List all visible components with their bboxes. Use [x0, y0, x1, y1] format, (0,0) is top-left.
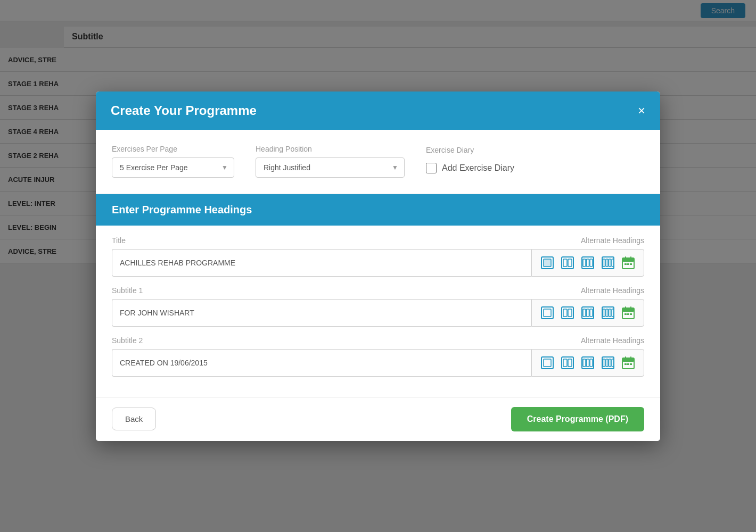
settings-row: Exercises Per Page 5 Exercise Per Page ▼… [96, 130, 660, 194]
1col-icon[interactable] [538, 254, 556, 272]
heading-position-group: Heading Position Right Justified ▼ [256, 145, 405, 178]
title-label: Title [112, 236, 126, 245]
svg-rect-14 [612, 259, 614, 267]
svg-rect-32 [603, 309, 605, 317]
title-row-labels: Title Alternate Headings [112, 236, 644, 245]
exercise-diary-label: Exercise Diary [426, 146, 514, 154]
svg-rect-35 [612, 309, 614, 317]
svg-rect-7 [583, 259, 586, 267]
close-button[interactable]: × [638, 104, 645, 117]
svg-rect-44 [544, 359, 551, 367]
subtitle2-label: Subtitle 2 [112, 336, 143, 345]
svg-rect-13 [609, 259, 611, 267]
exercises-per-page-label: Exercises Per Page [112, 145, 234, 153]
heading-position-select[interactable]: Right Justified [256, 157, 405, 178]
subtitle2-input[interactable] [112, 349, 531, 377]
svg-rect-50 [587, 359, 589, 367]
1col-icon[interactable] [538, 354, 556, 372]
svg-rect-47 [568, 359, 572, 367]
svg-rect-5 [568, 259, 572, 267]
heading-position-label: Heading Position [256, 145, 405, 153]
subtitle1-row-labels: Subtitle 1 Alternate Headings [112, 286, 644, 295]
exercise-diary-checkbox[interactable] [426, 163, 437, 173]
heading-position-select-wrapper: Right Justified ▼ [256, 157, 405, 178]
svg-rect-12 [606, 259, 608, 267]
modal-footer: Back Create Programme (PDF) [96, 397, 660, 441]
svg-rect-34 [609, 309, 611, 317]
svg-rect-19 [624, 263, 627, 265]
svg-rect-53 [603, 359, 605, 367]
svg-rect-41 [627, 313, 629, 315]
calendar-icon[interactable] [619, 304, 637, 322]
svg-rect-11 [603, 259, 605, 267]
svg-rect-51 [590, 359, 593, 367]
svg-rect-40 [624, 313, 627, 315]
svg-rect-61 [624, 363, 627, 365]
title-input-group [112, 249, 644, 277]
svg-rect-21 [630, 263, 632, 265]
subtitle1-label: Subtitle 1 [112, 286, 143, 295]
svg-rect-30 [590, 309, 593, 317]
svg-rect-62 [627, 363, 629, 365]
svg-rect-54 [606, 359, 608, 367]
exercises-per-page-select[interactable]: 5 Exercise Per Page [112, 157, 234, 178]
svg-rect-16 [622, 258, 634, 262]
3col-icon[interactable] [579, 254, 597, 272]
2col-icon[interactable] [558, 304, 577, 322]
title-alt-label: Alternate Headings [581, 236, 644, 245]
svg-rect-49 [583, 359, 586, 367]
modal: Create Your Programme × Exercises Per Pa… [96, 92, 660, 441]
3col-icon[interactable] [579, 354, 597, 372]
title-input[interactable] [112, 249, 531, 277]
title-row: Title Alternate Headings [112, 236, 644, 277]
svg-rect-1 [544, 259, 551, 267]
4col-icon[interactable] [599, 354, 617, 372]
subtitle2-row: Subtitle 2 Alternate Headings [112, 336, 644, 377]
svg-rect-56 [612, 359, 614, 367]
create-programme-button[interactable]: Create Programme (PDF) [511, 407, 644, 431]
2col-icon[interactable] [558, 354, 577, 372]
add-exercise-diary-row: Add Exercise Diary [426, 159, 514, 178]
2col-icon[interactable] [558, 254, 577, 272]
subtitle2-input-group [112, 349, 644, 377]
svg-rect-33 [606, 309, 608, 317]
svg-rect-28 [583, 309, 586, 317]
title-alternate-icons [531, 249, 644, 277]
modal-title: Create Your Programme [111, 103, 257, 118]
svg-rect-63 [630, 363, 632, 365]
svg-rect-26 [568, 309, 572, 317]
add-exercise-diary-label: Add Exercise Diary [442, 163, 514, 173]
3col-icon[interactable] [579, 304, 597, 322]
svg-rect-55 [609, 359, 611, 367]
form-body: Title Alternate Headings [96, 226, 660, 397]
subtitle1-row: Subtitle 1 Alternate Headings [112, 286, 644, 327]
svg-rect-37 [622, 308, 634, 312]
svg-rect-58 [622, 358, 634, 362]
svg-rect-23 [544, 309, 551, 317]
subtitle2-alt-label: Alternate Headings [581, 336, 644, 345]
modal-overlay: Create Your Programme × Exercises Per Pa… [0, 0, 756, 532]
subtitle2-alternate-icons [531, 349, 644, 377]
svg-rect-8 [587, 259, 589, 267]
exercises-per-page-select-wrapper: 5 Exercise Per Page ▼ [112, 157, 234, 178]
calendar-icon[interactable] [619, 354, 637, 372]
subtitle1-input-group [112, 299, 644, 327]
svg-rect-9 [590, 259, 593, 267]
svg-rect-46 [563, 359, 567, 367]
subtitle1-input[interactable] [112, 299, 531, 327]
svg-rect-20 [627, 263, 629, 265]
calendar-icon[interactable] [619, 254, 637, 272]
modal-header: Create Your Programme × [96, 92, 660, 130]
exercises-per-page-group: Exercises Per Page 5 Exercise Per Page ▼ [112, 145, 234, 178]
svg-rect-42 [630, 313, 632, 315]
4col-icon[interactable] [599, 254, 617, 272]
section-heading: Enter Programme Headings [96, 194, 660, 226]
exercise-diary-group: Exercise Diary Add Exercise Diary [426, 146, 514, 178]
subtitle1-alternate-icons [531, 299, 644, 327]
svg-rect-29 [587, 309, 589, 317]
back-button[interactable]: Back [112, 408, 156, 430]
4col-icon[interactable] [599, 304, 617, 322]
subtitle2-row-labels: Subtitle 2 Alternate Headings [112, 336, 644, 345]
subtitle1-alt-label: Alternate Headings [581, 286, 644, 295]
1col-icon[interactable] [538, 304, 556, 322]
